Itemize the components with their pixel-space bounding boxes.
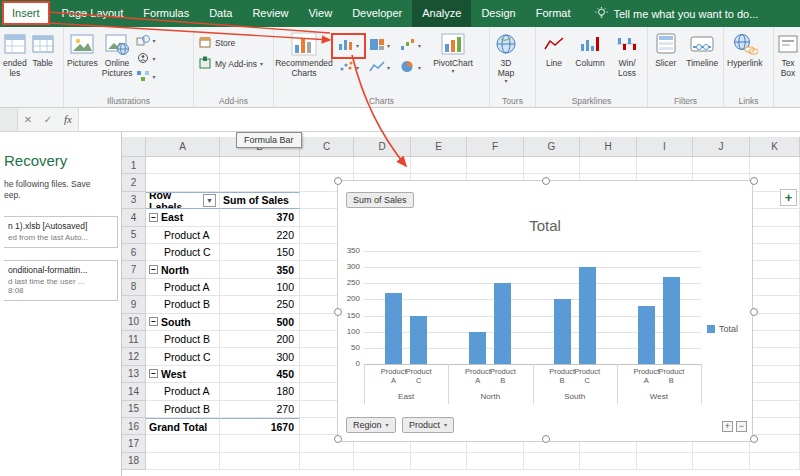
row-header-14[interactable]: 14 <box>122 383 146 400</box>
cell-B8[interactable]: 100 <box>220 279 300 296</box>
cell-B15[interactable]: 270 <box>220 401 300 418</box>
collapse-button[interactable]: − <box>149 213 158 222</box>
insert-hierarchy-chart-button[interactable]: ▾ <box>364 35 395 57</box>
chart-value-field-button[interactable]: Sum of Sales <box>346 192 414 208</box>
cell-B1[interactable] <box>220 157 300 174</box>
insert-function-button[interactable]: fx <box>58 108 78 131</box>
sparkline-line-button[interactable]: Line <box>537 29 571 69</box>
collapse-button[interactable]: − <box>149 369 158 378</box>
row-header-4[interactable]: 4 <box>122 209 146 226</box>
insert-column-chart-button[interactable]: ▾ <box>333 35 364 57</box>
chart-resize-handle[interactable] <box>750 435 758 443</box>
chart-resize-handle[interactable] <box>542 435 550 443</box>
cell-A10[interactable]: −South <box>146 314 220 331</box>
col-header-E[interactable]: E <box>411 137 467 157</box>
cell-A12[interactable]: Product C <box>146 348 220 365</box>
table-button[interactable]: Table <box>29 29 57 69</box>
3d-map-button[interactable]: 3D Map ▾ <box>491 29 521 85</box>
cell-B7[interactable]: 350 <box>220 261 300 278</box>
cell-J18[interactable] <box>693 453 750 470</box>
cell-A8[interactable]: Product A <box>146 279 220 296</box>
cell-I1[interactable] <box>637 157 693 174</box>
row-header-8[interactable]: 8 <box>122 279 146 296</box>
chart-resize-handle[interactable] <box>750 308 758 316</box>
bar-West-Product-A[interactable] <box>638 306 655 364</box>
cell-K14[interactable] <box>750 383 800 400</box>
chart-resize-handle[interactable] <box>542 177 550 185</box>
recommended-pivottables-button[interactable]: ended les <box>1 29 29 79</box>
col-header-D[interactable]: D <box>354 137 411 157</box>
cell-K18[interactable] <box>750 453 800 470</box>
shapes-button[interactable]: ▾ <box>134 33 157 49</box>
chart-axis-field-product-button[interactable]: Product ▾ <box>402 417 454 433</box>
chart-resize-handle[interactable] <box>334 435 342 443</box>
row-header-16[interactable]: 16 <box>122 418 146 435</box>
tab-developer[interactable]: Developer <box>342 0 412 27</box>
cell-A7[interactable]: −North <box>146 261 220 278</box>
cell-A17[interactable] <box>146 435 220 452</box>
tab-insert[interactable]: Insert <box>2 1 50 25</box>
cell-C1[interactable] <box>300 157 354 174</box>
row-header-17[interactable]: 17 <box>122 435 146 452</box>
sparkline-winloss-button[interactable]: Win/ Loss <box>609 29 645 79</box>
col-header-C[interactable]: C <box>300 137 354 157</box>
cell-K10[interactable] <box>750 314 800 331</box>
collapse-button[interactable]: − <box>149 265 158 274</box>
row-header-3[interactable]: 3 <box>122 192 146 209</box>
bar-East-Product-A[interactable] <box>385 293 402 364</box>
cell-A16[interactable]: Grand Total <box>146 418 220 435</box>
row-header-12[interactable]: 12 <box>122 348 146 365</box>
pivotchart-button[interactable]: PivotChart ▾ <box>426 29 480 75</box>
store-button[interactable]: Store <box>195 33 272 52</box>
cell-A14[interactable]: Product A <box>146 383 220 400</box>
cell-B2[interactable] <box>220 174 300 191</box>
cell-A4[interactable]: −East <box>146 209 220 226</box>
slicer-button[interactable]: Slicer <box>649 29 683 69</box>
bar-North-Product-A[interactable] <box>469 332 486 364</box>
online-pictures-button[interactable]: Online Pictures <box>100 29 135 79</box>
cell-F1[interactable] <box>467 157 524 174</box>
cell-B16[interactable]: 1670 <box>220 418 300 435</box>
cell-E1[interactable] <box>411 157 467 174</box>
cell-A1[interactable] <box>146 157 220 174</box>
cell-A13[interactable]: −West <box>146 366 220 383</box>
insert-scatter-chart-button[interactable]: ▾ <box>333 57 364 79</box>
cell-B10[interactable]: 500 <box>220 314 300 331</box>
sparkline-column-button[interactable]: Column <box>571 29 609 69</box>
cell-K4[interactable] <box>750 209 800 226</box>
cell-H1[interactable] <box>580 157 637 174</box>
col-header-F[interactable]: F <box>467 137 524 157</box>
cell-K8[interactable] <box>750 279 800 296</box>
cell-K7[interactable] <box>750 261 800 278</box>
cell-E18[interactable] <box>411 453 467 470</box>
tab-review[interactable]: Review <box>242 0 298 27</box>
row-header-7[interactable]: 7 <box>122 261 146 278</box>
row-header-15[interactable]: 15 <box>122 401 146 418</box>
bar-South-Product-C[interactable] <box>579 267 596 364</box>
cell-K13[interactable] <box>750 366 800 383</box>
cell-B5[interactable]: 220 <box>220 227 300 244</box>
recovered-file-item[interactable]: n 1).xlsb [Autosaved] ed from the last A… <box>4 216 118 248</box>
pictures-button[interactable]: Pictures <box>65 29 100 69</box>
cell-D1[interactable] <box>354 157 411 174</box>
expand-detail-button[interactable]: + <box>722 421 733 432</box>
cell-D18[interactable] <box>354 453 411 470</box>
tab-analyze[interactable]: Analyze <box>412 0 471 27</box>
chart-resize-handle[interactable] <box>334 177 342 185</box>
cell-A3[interactable]: Row Labels▼ <box>146 192 220 209</box>
row-header-9[interactable]: 9 <box>122 296 146 313</box>
cell-K16[interactable] <box>750 418 800 435</box>
cell-B9[interactable]: 250 <box>220 296 300 313</box>
col-header-I[interactable]: I <box>637 137 693 157</box>
select-all-corner[interactable] <box>122 137 146 157</box>
col-header-G[interactable]: G <box>524 137 580 157</box>
cell-B17[interactable] <box>220 435 300 452</box>
recovered-file-item[interactable]: onditional-formattin... d last time the … <box>4 260 118 301</box>
row-header-6[interactable]: 6 <box>122 244 146 261</box>
enter-button[interactable]: ✓ <box>38 108 58 131</box>
bar-South-Product-B[interactable] <box>554 299 571 364</box>
col-header-H[interactable]: H <box>580 137 637 157</box>
cell-A18[interactable] <box>146 453 220 470</box>
col-header-A[interactable]: A <box>146 137 220 157</box>
col-header-J[interactable]: J <box>693 137 750 157</box>
